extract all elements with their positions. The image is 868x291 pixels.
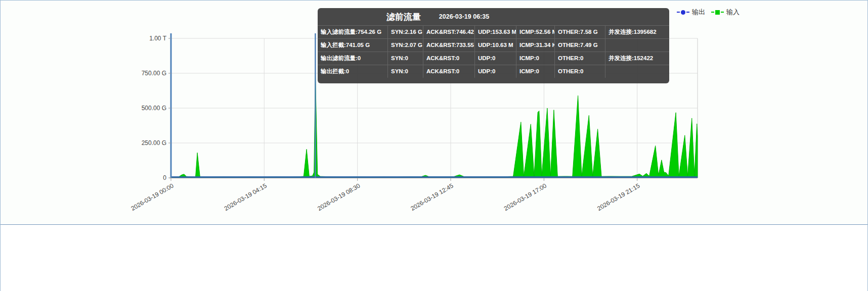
svg-text:2026-03-19 12:45: 2026-03-19 12:45 <box>409 182 454 212</box>
tooltip-title: 滤前流量 <box>386 11 421 23</box>
tooltip-cell: SYN:2.07 G <box>387 38 423 52</box>
tooltip-cell: SYN:0 <box>387 52 423 65</box>
tooltip-cell: ICMP:0 <box>516 52 554 65</box>
legend-item-input[interactable]: 输入 <box>711 8 740 17</box>
tooltip-cell: ICMP:52.56 M <box>516 25 554 38</box>
chart-legend: 输出 输入 <box>677 8 740 17</box>
tooltip-cell: ACK&RST:746.42 G <box>423 25 474 38</box>
svg-text:2026-03-19 04:15: 2026-03-19 04:15 <box>223 182 268 212</box>
tooltip-cell: OTHER:0 <box>554 65 605 78</box>
input-line-dash-icon <box>721 12 724 13</box>
tooltip-cell: UDP:0 <box>474 65 516 78</box>
legend-input-label: 输入 <box>726 8 740 17</box>
svg-text:2026-03-19 17:00: 2026-03-19 17:00 <box>503 182 548 212</box>
tooltip-cell: SYN:2.16 G <box>387 25 423 38</box>
input-square-marker-icon <box>715 10 720 15</box>
svg-text:2026-03-19 08:30: 2026-03-19 08:30 <box>316 182 361 212</box>
legend-output-label: 输出 <box>692 8 705 17</box>
svg-text:1.00 T: 1.00 T <box>149 35 166 42</box>
legend-item-output[interactable]: 输出 <box>677 8 705 17</box>
tooltip-cell: 输入拦截:741.05 G <box>318 38 387 52</box>
tooltip-cell: OTHER:7.49 G <box>554 38 605 52</box>
tooltip-values-table: 输入滤前流量:754.26 GSYN:2.16 GACK&RST:746.42 … <box>318 25 669 78</box>
query-summary-section: 查询周期内: 最大输入: 754.26 G (2026-03-19 06:35)… <box>1 225 867 291</box>
traffic-chart-section: 0250.00 G500.00 G750.00 G1.00 T2026-03-1… <box>1 1 867 225</box>
output-circle-marker-icon <box>681 10 685 15</box>
tooltip-cell: ICMP:0 <box>516 65 554 78</box>
svg-text:2026-03-19 00:00: 2026-03-19 00:00 <box>129 182 175 212</box>
svg-text:750.00 G: 750.00 G <box>142 70 166 77</box>
tooltip-cell: OTHER:7.58 G <box>554 25 605 38</box>
tooltip-header: 滤前流量 2026-03-19 06:35 <box>318 8 614 25</box>
tooltip-cell: UDP:0 <box>474 52 516 65</box>
tooltip-cell: 并发连接:152422 <box>605 52 669 65</box>
input-line-dash-icon <box>711 12 714 13</box>
svg-text:0: 0 <box>163 174 166 181</box>
tooltip-cell: ACK&RST:0 <box>423 52 474 65</box>
traffic-monitor-panel: 0250.00 G500.00 G750.00 G1.00 T2026-03-1… <box>0 0 868 291</box>
output-line-dash-icon <box>686 12 689 13</box>
tooltip-cell: ACK&RST:0 <box>423 65 474 78</box>
tooltip-cell: 输入滤前流量:754.26 G <box>318 25 387 38</box>
tooltip-cell: UDP:10.63 M <box>474 38 516 52</box>
svg-text:500.00 G: 500.00 G <box>142 105 166 112</box>
tooltip-cell: 输出滤前流量:0 <box>318 52 387 65</box>
tooltip-cell <box>605 65 669 78</box>
tooltip-cell: 并发连接:1395682 <box>605 25 669 38</box>
svg-text:2026-03-19 21:15: 2026-03-19 21:15 <box>596 182 641 212</box>
tooltip-cell: SYN:0 <box>387 65 423 78</box>
tooltip-cell: ACK&RST:733.55 G <box>423 38 474 52</box>
chart-tooltip: 滤前流量 2026-03-19 06:35 输入滤前流量:754.26 GSYN… <box>318 8 669 83</box>
svg-text:250.00 G: 250.00 G <box>142 139 166 147</box>
tooltip-cell: ICMP:31.34 K <box>516 38 554 52</box>
output-line-dash-icon <box>677 12 680 13</box>
tooltip-cell <box>605 38 669 52</box>
tooltip-datetime: 2026-03-19 06:35 <box>439 13 489 20</box>
tooltip-cell: OTHER:0 <box>554 52 605 65</box>
tooltip-cell: UDP:153.63 M <box>474 25 516 38</box>
tooltip-cell: 输出拦截:0 <box>318 65 387 78</box>
